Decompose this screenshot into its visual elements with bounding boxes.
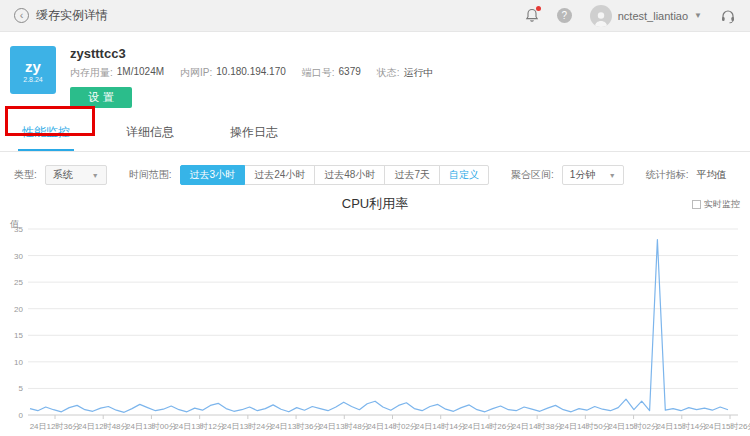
instance-field-label: 状态: <box>377 66 400 80</box>
y-tick-label: 5 <box>19 384 24 393</box>
instance-field-value: 6379 <box>339 66 361 80</box>
y-tick-label: 15 <box>14 331 23 340</box>
instance-field-label: 端口号: <box>302 66 335 80</box>
instance-field-value: 1M/1024M <box>117 66 164 80</box>
header-actions: ? nctest_liantiao ▼ <box>525 5 736 27</box>
instance-field-value: 10.180.194.170 <box>216 66 286 80</box>
x-tick-label: 24日12时36分 <box>30 422 81 431</box>
time-range-group: 过去3小时过去24小时过去48小时过去7天自定义 <box>180 165 489 185</box>
x-tick-label: 24日15时14分 <box>656 422 707 431</box>
cpu-usage-line-series <box>30 240 728 413</box>
notification-badge <box>536 6 541 11</box>
y-tick-label: 0 <box>19 411 24 420</box>
avatar <box>590 5 612 27</box>
realtime-monitor-label: 实时监控 <box>704 198 740 211</box>
time-range-label: 时间范围: <box>129 168 172 182</box>
type-select-value: 系统 <box>53 168 73 182</box>
cpu-usage-chart: 值0510152025303524日12时36分24日12时48分24日13时0… <box>0 215 750 436</box>
tab-bar: 性能监控详细信息操作日志 <box>0 117 750 152</box>
x-tick-label: 24日14时14分 <box>415 422 466 431</box>
interval-select[interactable]: 1分钟 ▼ <box>562 165 624 185</box>
x-tick-label: 24日13时36分 <box>271 422 322 431</box>
instance-field-value: 运行中 <box>404 66 434 80</box>
settings-button[interactable]: 设置 <box>70 87 132 108</box>
chart-title: CPU利用率 <box>0 195 750 213</box>
question-icon: ? <box>557 8 572 23</box>
chevron-down-icon: ▼ <box>92 172 99 179</box>
x-tick-label: 24日15时26分 <box>705 422 750 431</box>
filter-bar: 类型: 系统 ▼ 时间范围: 过去3小时过去24小时过去48小时过去7天自定义 … <box>0 165 750 185</box>
y-tick-label: 20 <box>14 305 23 314</box>
y-tick-label: 10 <box>14 358 23 367</box>
x-tick-label: 24日14时26分 <box>464 422 515 431</box>
instance-avatar: zy 2.8.24 <box>10 46 56 94</box>
tab-operation-log[interactable]: 操作日志 <box>226 117 282 151</box>
y-tick-label: 25 <box>14 278 23 287</box>
tab-performance-monitor[interactable]: 性能监控 <box>18 117 74 151</box>
support-button[interactable] <box>720 8 736 24</box>
instance-avatar-text: zy <box>25 57 41 77</box>
page-title: 缓存实例详情 <box>36 7 108 24</box>
back-button[interactable]: ‹ 缓存实例详情 <box>14 7 108 24</box>
x-tick-label: 24日13时24分 <box>223 422 274 431</box>
range-button[interactable]: 过去7天 <box>384 165 440 185</box>
metric-label: 统计指标: <box>646 168 689 182</box>
page: ‹ 缓存实例详情 ? nctest_ <box>0 0 750 436</box>
y-tick-label: 35 <box>14 225 23 234</box>
chart-header: CPU利用率 实时监控 <box>0 195 750 215</box>
x-tick-label: 24日14时38分 <box>512 422 563 431</box>
notification-bell-icon[interactable] <box>525 8 539 23</box>
instance-version: 2.8.24 <box>23 76 42 83</box>
instance-field-label: 内网IP: <box>180 66 212 80</box>
type-label: 类型: <box>14 168 37 182</box>
range-button[interactable]: 过去24小时 <box>244 165 315 185</box>
type-select[interactable]: 系统 ▼ <box>45 165 107 185</box>
metric-value: 平均值 <box>697 168 727 182</box>
top-header-bar: ‹ 缓存实例详情 ? nctest_ <box>0 0 750 32</box>
chevron-down-icon: ▼ <box>609 172 616 179</box>
instance-field-label: 内存用量: <box>70 66 113 80</box>
user-menu[interactable]: nctest_liantiao ▼ <box>590 5 702 27</box>
username: nctest_liantiao <box>618 10 688 22</box>
range-button[interactable]: 过去48小时 <box>314 165 385 185</box>
x-tick-label: 24日12时48分 <box>78 422 129 431</box>
checkbox-icon <box>692 200 701 209</box>
x-tick-label: 24日13时00分 <box>126 422 177 431</box>
headset-icon <box>720 8 736 24</box>
x-tick-label: 24日15时02分 <box>608 422 659 431</box>
realtime-monitor-toggle[interactable]: 实时监控 <box>692 198 740 211</box>
x-tick-label: 24日14时50分 <box>560 422 611 431</box>
range-button[interactable]: 过去3小时 <box>180 165 246 185</box>
y-tick-label: 30 <box>14 252 23 261</box>
instance-summary: zy 2.8.24 zystttcc3 内存用量:1M/1024M内网IP:10… <box>0 32 750 108</box>
interval-select-value: 1分钟 <box>570 168 596 182</box>
x-tick-label: 24日14时02分 <box>367 422 418 431</box>
instance-name: zystttcc3 <box>70 46 450 61</box>
help-button[interactable]: ? <box>557 8 572 23</box>
person-icon <box>592 9 610 27</box>
back-icon: ‹ <box>14 8 29 23</box>
x-tick-label: 24日13时12分 <box>174 422 225 431</box>
chevron-down-icon: ▼ <box>694 11 702 20</box>
instance-info: zystttcc3 内存用量:1M/1024M内网IP:10.180.194.1… <box>70 46 450 108</box>
custom-range-button[interactable]: 自定义 <box>439 165 489 185</box>
interval-label: 聚合区间: <box>511 168 554 182</box>
instance-fields: 内存用量:1M/1024M内网IP:10.180.194.170端口号:6379… <box>70 66 450 80</box>
tab-detail-info[interactable]: 详细信息 <box>122 117 178 151</box>
x-tick-label: 24日13时48分 <box>319 422 370 431</box>
